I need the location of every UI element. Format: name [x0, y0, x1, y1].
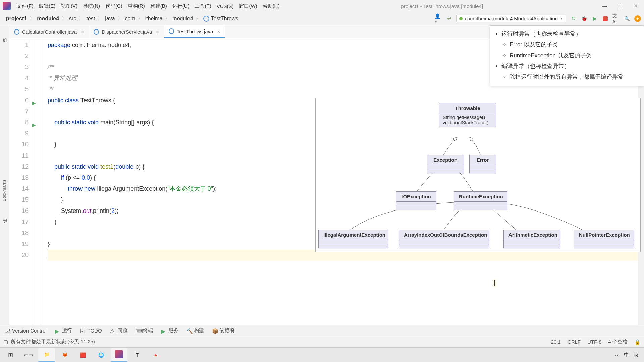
tab-calculator[interactable]: CalculatorController.java ×: [9, 25, 89, 38]
start-button[interactable]: ⊞: [2, 348, 19, 362]
left-tool-strip: 项目 Bookmarks 结构: [0, 25, 9, 325]
text-editor-icon[interactable]: T: [129, 348, 146, 362]
vcs-status-icon: ▢: [3, 339, 8, 345]
class-icon: [169, 28, 174, 34]
build-tool[interactable]: 🔨构建: [186, 327, 204, 334]
crumb-3[interactable]: test: [83, 15, 98, 23]
menu-view[interactable]: 视图(V): [58, 2, 80, 11]
edge-icon[interactable]: 🌐: [93, 348, 109, 362]
run-config-label: com.itheima.module4.Module4Application: [465, 16, 558, 21]
line-separator[interactable]: CRLF: [568, 339, 581, 345]
uml-title: Throwable: [439, 103, 496, 113]
vlc-icon[interactable]: 🔺: [147, 348, 164, 362]
readonly-lock-icon[interactable]: 🔒: [634, 339, 641, 345]
office-icon[interactable]: 🟥: [74, 348, 91, 362]
users-icon[interactable]: 👤▾: [435, 15, 442, 22]
bookmarks-tool-label[interactable]: Bookmarks: [2, 180, 7, 201]
menu-code[interactable]: 代码(C): [103, 2, 125, 11]
caret-position[interactable]: 20:1: [551, 339, 561, 345]
uml-npe: NullPointerException: [574, 230, 634, 248]
spring-icon: [459, 17, 463, 20]
crumb-5[interactable]: com: [122, 15, 139, 23]
uml-title: NullPointerException: [574, 230, 634, 240]
version-control-tool[interactable]: ⎇Version Control: [5, 328, 47, 334]
uml-ioexception: IOException: [396, 191, 436, 210]
file-encoding[interactable]: UTF-8: [587, 339, 602, 345]
dependencies-tool[interactable]: 📦依赖项: [212, 327, 234, 334]
close-tab-icon[interactable]: ×: [217, 28, 220, 34]
tab-label: DispatcherServlet.java: [102, 29, 152, 35]
tab-dispatcher[interactable]: DispatcherServlet.java ×: [89, 25, 164, 38]
tab-label: TestThrows.java: [177, 28, 213, 34]
menu-tools[interactable]: 工具(T): [192, 2, 214, 11]
file-explorer-icon[interactable]: 📁: [38, 348, 55, 362]
menu-run[interactable]: 运行(U): [170, 2, 192, 11]
run-configuration[interactable]: com.itheima.module4.Module4Application ▼: [456, 15, 566, 22]
class-icon: [94, 29, 99, 35]
doc-bullet: 编译异常（也称检查异常）: [501, 61, 640, 72]
uml-title: ArithmeticException: [504, 230, 560, 240]
stop-button[interactable]: [602, 15, 609, 22]
chevron-down-icon: ▼: [560, 17, 563, 20]
rerun-icon[interactable]: ↻: [570, 15, 577, 22]
menu-refactor[interactable]: 重构(R): [125, 2, 148, 11]
menu-edit[interactable]: 编辑(E): [36, 2, 58, 11]
add-config-button[interactable]: +: [634, 15, 641, 22]
menu-help[interactable]: 帮助(H): [260, 2, 282, 11]
menu-file[interactable]: 文件(F): [14, 2, 36, 11]
crumb-0[interactable]: project1: [3, 15, 30, 23]
close-tab-icon[interactable]: ×: [81, 29, 84, 35]
titlebar: 文件(F) 编辑(E) 视图(V) 导航(N) 代码(C) 重构(R) 构建(B…: [0, 0, 644, 12]
menu-navigate[interactable]: 导航(N): [80, 2, 103, 11]
tray-chevron-icon[interactable]: ︿: [614, 352, 619, 358]
ime-indicator-2[interactable]: 英: [634, 352, 639, 358]
search-icon[interactable]: 🔍: [623, 15, 631, 22]
menu-window[interactable]: 窗口(W): [236, 2, 260, 11]
problems-tool[interactable]: ⚠问题: [110, 327, 127, 334]
crumb-4[interactable]: java: [102, 15, 118, 23]
uml-method: String getMessage(): [443, 115, 492, 120]
close-tab-icon[interactable]: ×: [156, 29, 159, 35]
uml-method: void printStackTrace(): [443, 120, 492, 125]
run-tool[interactable]: ▶运行: [55, 327, 72, 334]
crumb-1[interactable]: module4: [34, 15, 62, 23]
ime-indicator-1[interactable]: 中: [624, 352, 629, 358]
uml-runtimeexception: RuntimeException: [454, 191, 507, 210]
crumb-2[interactable]: src: [66, 15, 79, 23]
task-view-icon[interactable]: ▭▭: [20, 348, 37, 362]
services-tool[interactable]: ▶服务: [161, 327, 178, 334]
crumb-7[interactable]: module4: [169, 15, 196, 23]
run-coverage-icon[interactable]: ▶: [591, 15, 598, 22]
close-icon[interactable]: ✕: [633, 3, 639, 9]
debug-icon[interactable]: 🐞: [580, 15, 588, 22]
tab-testthrows[interactable]: TestThrows.java ×: [164, 25, 225, 38]
doc-bullet: 运行时异常（也称未检查异常）: [501, 28, 640, 39]
line-gutter[interactable]: 123456▶78▶91011121314151617181920: [9, 38, 33, 325]
uml-exception: Exception: [427, 155, 464, 173]
indent-setting[interactable]: 4 个空格: [608, 339, 628, 345]
windows-taskbar: ⊞ ▭▭ 📁 🦊 🟥 🌐 T 🔺 ︿ 中 英: [0, 347, 644, 362]
maximize-icon[interactable]: ▢: [617, 3, 623, 9]
uml-title: ArrayIndexOutOfBoundsException: [399, 230, 489, 240]
crumb-6[interactable]: itheima: [142, 15, 166, 23]
menu-vcs[interactable]: VCS(S): [214, 2, 236, 10]
todo-tool[interactable]: ☑TODO: [80, 328, 102, 334]
firefox-icon[interactable]: 🦊: [56, 348, 73, 362]
status-bar: ▢ 所有文件都处于最新状态 (今天 11:25) 20:1 CRLF UTF-8…: [0, 336, 644, 347]
crumb-8[interactable]: TestThrows: [200, 15, 242, 23]
hammer-icon[interactable]: ↩: [445, 15, 453, 22]
menu-build[interactable]: 构建(B): [148, 2, 170, 11]
uml-diagram: Throwable String getMessage() void print…: [315, 98, 641, 252]
uml-title: IllegalArgumentException: [319, 230, 388, 240]
terminal-tool[interactable]: ⌨终端: [136, 327, 153, 334]
translate-icon[interactable]: 文A: [612, 15, 620, 22]
uml-throwable: Throwable String getMessage() void print…: [439, 103, 496, 127]
fold-bar[interactable]: [33, 38, 41, 325]
minimize-icon[interactable]: —: [602, 3, 608, 9]
toolbar: project1〉 module4〉 src〉 test〉 java〉 com〉…: [0, 12, 644, 25]
tab-label: CalculatorController.java: [22, 29, 77, 35]
intellij-icon[interactable]: [111, 348, 127, 362]
uml-aiobe: ArrayIndexOutOfBoundsException: [399, 230, 489, 248]
uml-error: Error: [469, 155, 496, 173]
uml-title: IOException: [396, 192, 436, 202]
